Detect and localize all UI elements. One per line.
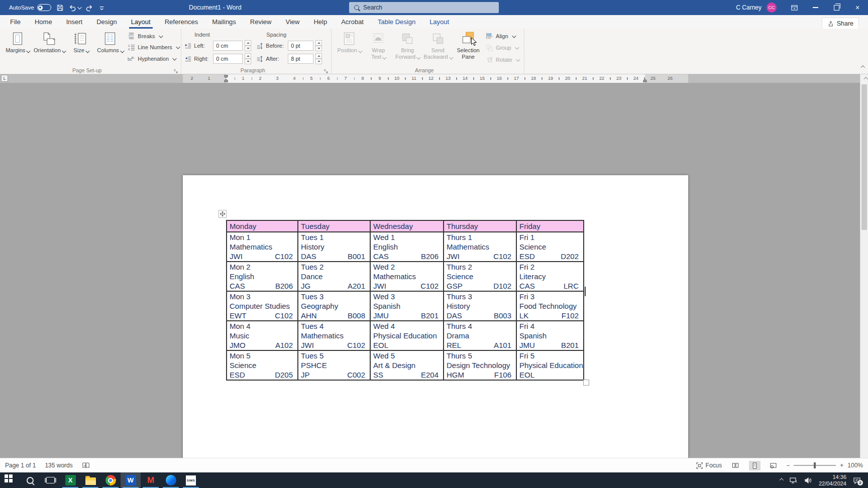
line-numbers-button[interactable]: 12Line Numbers (128, 44, 179, 51)
redo-button[interactable] (85, 4, 93, 12)
zoom-level[interactable]: 100% (847, 462, 863, 469)
autosave-toggle-pill[interactable] (37, 4, 51, 11)
customize-quick-access-button[interactable] (98, 4, 105, 12)
tab-view[interactable]: View (278, 15, 306, 29)
ribbon-display-options-button[interactable] (784, 0, 805, 15)
timetable-header-cell[interactable]: Friday (516, 220, 584, 232)
tab-layout[interactable]: Layout (124, 15, 158, 29)
tab-layout[interactable]: Layout (422, 15, 456, 29)
table-resize-handle[interactable] (583, 380, 589, 386)
paragraph-dialog-launcher[interactable] (323, 67, 330, 73)
orientation-button[interactable]: Orientation (32, 30, 66, 55)
tab-review[interactable]: Review (243, 15, 279, 29)
timetable-cell[interactable]: Wed 1EnglishCASB206 (370, 232, 444, 262)
timetable-cell[interactable]: Fri 1ScienceESDD202 (516, 232, 584, 262)
zoom-out-button[interactable]: − (786, 462, 790, 469)
timetable-cell[interactable]: Mon 2EnglishCASB206 (227, 262, 298, 291)
timetable-cell[interactable]: Mon 1MathematicsJWIC102 (227, 232, 298, 262)
scrollbar-thumb[interactable] (861, 84, 867, 230)
timetable-cell[interactable]: Thurs 3HistoryDASB003 (444, 291, 516, 321)
timetable-cell[interactable]: Thurs 1MathematicsJWIC102 (444, 232, 516, 262)
user-name[interactable]: C Carney (736, 4, 762, 11)
tab-file[interactable]: File (3, 15, 28, 29)
spacing-after-input[interactable]: 8 pt (288, 54, 313, 64)
share-button[interactable]: Share (822, 18, 859, 30)
taskbar-excel-icon[interactable]: X (60, 472, 80, 488)
vertical-scrollbar[interactable] (860, 74, 868, 458)
collapse-ribbon-button[interactable] (860, 62, 864, 71)
timetable-cell[interactable]: Mon 5ScienceESDD205 (227, 350, 298, 380)
selection-pane-button[interactable]: SelectionPane (454, 30, 483, 61)
tray-expand-icon[interactable] (780, 478, 784, 482)
zoom-slider[interactable] (794, 465, 836, 466)
spacing-before-input[interactable]: 0 pt (288, 41, 313, 51)
indent-left-stepper[interactable] (245, 40, 251, 51)
notification-center-icon[interactable]: 2 (853, 477, 861, 484)
taskbar-gmail-icon[interactable]: M (141, 472, 161, 488)
zoom-slider-handle[interactable] (814, 462, 816, 468)
indent-left-input[interactable]: 0 cm (213, 41, 243, 51)
timetable-cell[interactable]: Thurs 2ScienceGSPD102 (444, 262, 516, 291)
close-button[interactable]: × (847, 0, 868, 15)
proofing-errors-icon[interactable] (82, 462, 90, 469)
timetable-cell[interactable]: Fri 4SpanishJMUB201 (516, 321, 584, 350)
taskbar-edge-icon[interactable] (161, 472, 181, 488)
indent-right-input[interactable]: 0 cm (213, 54, 243, 64)
taskbar-sims-icon[interactable]: SIMS (181, 472, 201, 488)
tab-insert[interactable]: Insert (59, 15, 90, 29)
autosave-toggle[interactable]: AutoSave (9, 4, 51, 11)
tab-selector[interactable]: L (1, 75, 8, 82)
read-mode-button[interactable] (729, 461, 742, 470)
volume-icon[interactable] (804, 477, 812, 484)
taskbar-word-icon[interactable]: W (121, 472, 141, 488)
table-move-handle[interactable] (219, 210, 227, 218)
taskbar-task-view-icon[interactable] (40, 472, 60, 488)
indent-right-stepper[interactable] (245, 53, 251, 64)
page-indicator[interactable]: Page 1 of 1 (5, 462, 36, 469)
timetable-cell[interactable]: Tues 3GeographyAHNB008 (298, 291, 370, 321)
spacing-before-stepper[interactable] (315, 40, 322, 51)
timetable-cell[interactable]: Thurs 5Design TechnologyHGMF106 (444, 350, 516, 380)
timetable-cell[interactable]: Mon 4MusicJMOA102 (227, 321, 298, 350)
timetable-cell[interactable]: Tues 4MathematicsJWIC102 (298, 321, 370, 350)
columns-button[interactable]: Columns (95, 30, 125, 55)
page[interactable]: MondayTuesdayWednesdayThursdayFridayMon … (183, 175, 688, 488)
timetable-cell[interactable]: Wed 5Art & DesignSSE204 (370, 350, 444, 380)
print-layout-button[interactable] (749, 461, 761, 470)
timetable-cell[interactable]: Tues 5PSHCEJPC002 (298, 350, 370, 380)
timetable-cell[interactable]: Fri 3Food TechnologyLKF102 (516, 291, 584, 321)
align-button[interactable]: Align (486, 32, 519, 40)
taskbar-chrome-icon[interactable] (100, 472, 121, 488)
word-count[interactable]: 135 words (45, 462, 72, 469)
margins-button[interactable]: Margins (3, 30, 32, 55)
timetable-header-cell[interactable]: Tuesday (298, 220, 370, 232)
tab-references[interactable]: References (158, 15, 205, 29)
hyphenation-button[interactable]: bca-Hyphenation (128, 55, 179, 62)
avatar[interactable]: CC (767, 3, 777, 13)
scroll-up-icon[interactable] (864, 77, 868, 81)
network-icon[interactable] (790, 477, 798, 484)
timetable-cell[interactable]: Wed 2MathematicsJWIC102 (370, 262, 444, 291)
timetable-header-cell[interactable]: Thursday (444, 220, 516, 232)
timetable-cell[interactable]: Fri 2LiteracyCASLRC (516, 262, 584, 291)
tab-home[interactable]: Home (28, 15, 59, 29)
zoom-in-button[interactable]: + (840, 462, 843, 469)
timetable-header-cell[interactable]: Monday (227, 220, 298, 232)
timetable-cell[interactable]: Thurs 4DramaRELA101 (444, 321, 516, 350)
tab-acrobat[interactable]: Acrobat (334, 15, 371, 29)
timetable-cell[interactable]: Tues 1HistoryDASB001 (298, 232, 370, 262)
taskbar-clock[interactable]: 14:36 22/04/2024 (819, 474, 846, 487)
page-setup-dialog-launcher[interactable] (173, 67, 179, 73)
timetable-cell[interactable]: Wed 4Physical EducationEOL (370, 321, 444, 350)
taskbar-search-icon[interactable] (20, 472, 40, 488)
web-layout-button[interactable] (768, 461, 779, 470)
spacing-after-stepper[interactable] (315, 53, 322, 64)
timetable-cell[interactable]: Tues 2DanceJGA201 (298, 262, 370, 291)
undo-button[interactable] (69, 4, 81, 12)
timetable-cell[interactable]: Fri 5Physical EducationEOL (516, 350, 584, 380)
document-area[interactable]: MondayTuesdayWednesdayThursdayFridayMon … (0, 83, 860, 458)
undo-dropdown-chevron-icon[interactable] (77, 5, 81, 9)
timetable-header-cell[interactable]: Wednesday (370, 220, 444, 232)
save-button[interactable] (56, 4, 64, 12)
tab-mailings[interactable]: Mailings (205, 15, 243, 29)
